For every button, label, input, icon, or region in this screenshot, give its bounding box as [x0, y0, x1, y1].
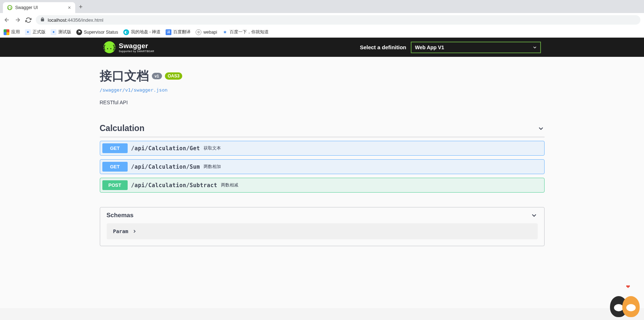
mascot-corner[interactable]: ❤	[609, 285, 641, 308]
heart-icon: ❤	[626, 284, 630, 290]
tab-title: Swagger UI	[15, 5, 38, 10]
schema-item-param[interactable]: Param	[107, 223, 538, 239]
tag-section-calculation: Calculation GET /api/Calculation/Get 获取文…	[100, 120, 545, 193]
baidu-icon: ❀	[222, 29, 228, 35]
tag-header[interactable]: Calculation	[100, 120, 545, 137]
operation-summary: 两数相减	[221, 182, 238, 188]
forward-button[interactable]	[14, 17, 21, 23]
api-title: 接口文档 v1 OAS3	[100, 68, 545, 84]
operation-summary: 获取文本	[204, 145, 221, 151]
globe-icon: ⊕	[196, 29, 201, 35]
operation-path: /api/Calculation/Get	[131, 145, 200, 152]
new-tab-button[interactable]: +	[75, 1, 86, 13]
bookmark-bar: 应用 ✦ 正式版 ✦ 测试版 ⚑ Supervisor Status ◐ 我的地…	[0, 27, 644, 38]
swagger-json-link[interactable]: /swagger/v1/swagger.json	[100, 87, 168, 93]
method-badge: GET	[102, 162, 128, 172]
swagger-logo-icon: {..}	[103, 41, 115, 53]
schemas-section: Schemas Param	[100, 207, 545, 246]
oas-badge: OAS3	[165, 72, 183, 80]
api-description: RESTful API	[100, 100, 545, 105]
translate-icon: 译	[166, 29, 171, 35]
schema-name: Param	[113, 228, 128, 234]
method-badge: POST	[102, 180, 128, 190]
chevron-right-icon	[132, 229, 137, 234]
address-bar[interactable]: localhost:44356/index.html	[36, 15, 640, 25]
apps-icon	[4, 29, 9, 35]
operation-get-calculation-sum[interactable]: GET /api/Calculation/Sum 两数相加	[100, 159, 545, 174]
bookmark-item[interactable]: ✦ 测试版	[51, 29, 71, 35]
bookmark-item[interactable]: ✦ 正式版	[25, 29, 46, 35]
version-badge: v1	[152, 73, 162, 79]
bookmark-item[interactable]: ❀ 百度一下，你就知道	[222, 29, 269, 35]
bookmark-item[interactable]: ⊕ webapi	[196, 29, 217, 35]
swagger-main: 接口文档 v1 OAS3 /swagger/v1/swagger.json RE…	[93, 57, 552, 257]
schemas-header[interactable]: Schemas	[100, 207, 544, 223]
operation-get-calculation-get[interactable]: GET /api/Calculation/Get 获取文本	[100, 141, 545, 156]
lock-icon	[40, 17, 45, 23]
swagger-topbar: {..} Swagger Supported by SMARTBEAR Sele…	[0, 38, 644, 57]
mascot-dog-icon	[622, 296, 640, 308]
browser-tab[interactable]: { } Swagger UI ×	[3, 2, 75, 13]
supervisor-icon: ⚑	[76, 29, 82, 35]
api-info: 接口文档 v1 OAS3 /swagger/v1/swagger.json RE…	[100, 68, 545, 105]
close-tab-icon[interactable]: ×	[68, 5, 71, 10]
browser-chrome: { } Swagger UI × + localhost:44356/index…	[0, 0, 644, 38]
zentao-icon: ◐	[123, 29, 129, 35]
swagger-logo[interactable]: {..} Swagger Supported by SMARTBEAR	[103, 41, 154, 53]
definition-select[interactable]: Web App V1	[411, 42, 541, 53]
operation-summary: 两数相加	[204, 164, 221, 170]
definition-label: Select a definition	[360, 44, 406, 50]
bookmark-item[interactable]: ⚑ Supervisor Status	[76, 29, 118, 35]
chevron-down-icon	[537, 125, 545, 132]
bookmark-item[interactable]: 译 百度翻译	[166, 29, 191, 35]
doc-icon: ✦	[25, 29, 31, 35]
back-button[interactable]	[4, 17, 10, 23]
method-badge: GET	[102, 143, 128, 153]
chevron-down-icon	[530, 212, 538, 219]
schemas-title: Schemas	[107, 212, 134, 219]
url-display: localhost:44356/index.html	[48, 17, 103, 23]
tab-bar: { } Swagger UI × +	[0, 0, 644, 13]
operation-path: /api/Calculation/Sum	[131, 164, 200, 170]
definition-selector: Select a definition Web App V1	[360, 42, 541, 53]
swagger-favicon-icon: { }	[7, 5, 12, 10]
nav-bar: localhost:44356/index.html	[0, 13, 644, 27]
tag-name: Calculation	[100, 123, 145, 133]
bookmark-apps[interactable]: 应用	[4, 29, 20, 35]
doc-icon: ✦	[51, 29, 56, 35]
reload-button[interactable]	[25, 17, 31, 23]
operation-path: /api/Calculation/Subtract	[131, 182, 217, 189]
operation-post-calculation-subtract[interactable]: POST /api/Calculation/Subtract 两数相减	[100, 178, 545, 193]
bookmark-item[interactable]: ◐ 我的地盘 - 禅道	[123, 29, 161, 35]
